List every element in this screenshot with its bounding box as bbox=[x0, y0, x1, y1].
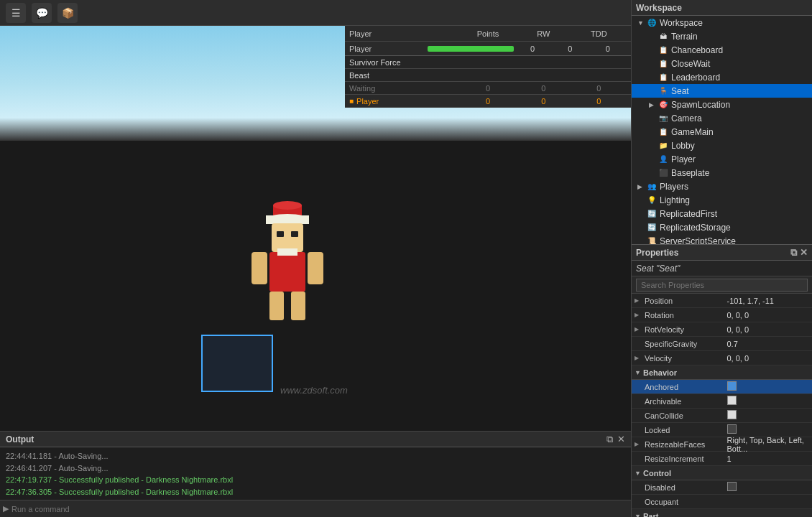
prop-section-control[interactable]: ▼ Control bbox=[632, 466, 812, 480]
tree-icon-chanceboard: 📋 bbox=[658, 45, 669, 56]
tree-item-chanceboard[interactable]: 📋Chanceboard bbox=[632, 43, 812, 57]
prop-check-val[interactable] bbox=[727, 424, 810, 435]
score-beast-name: Beast bbox=[349, 71, 460, 80]
prop-row-cancollide: CanCollide bbox=[632, 409, 812, 423]
tree-item-baseplate[interactable]: ⬛Baseplate bbox=[632, 166, 812, 180]
tree-icon-terrain: 🏔 bbox=[658, 31, 669, 42]
prop-checkbox-disabled[interactable] bbox=[727, 482, 737, 491]
tree-icon-baseplate: ⬛ bbox=[658, 167, 669, 179]
prop-section-behavior[interactable]: ▼ Behavior bbox=[632, 365, 812, 380]
prop-row-anchored: Anchored bbox=[632, 380, 812, 394]
tree-item-serverscriptservice[interactable]: 📜ServerScriptService bbox=[632, 234, 812, 244]
command-input[interactable] bbox=[11, 505, 628, 513]
prop-expand-icon: ▶ bbox=[635, 312, 643, 318]
tree-label-lighting: Lighting bbox=[660, 195, 690, 205]
output-expand-btn[interactable]: ⧉ bbox=[606, 434, 613, 445]
prop-check-name: Archivable bbox=[643, 397, 727, 406]
tree-item-replicatedfirst[interactable]: 🔄ReplicatedFirst bbox=[632, 207, 812, 220]
prop-check-name: Disabled bbox=[643, 483, 727, 492]
tree-label-gamemain: GameMain bbox=[671, 127, 714, 137]
prop-expand-icon: ▶ bbox=[635, 297, 643, 304]
chat-icon[interactable]: 💬 bbox=[32, 3, 52, 23]
props-item-title: Seat "Seat" bbox=[632, 261, 812, 276]
tree-label-baseplate: Baseplate bbox=[671, 168, 709, 178]
prop-name-label: Velocity bbox=[643, 354, 727, 363]
tree-item-player[interactable]: 👤Player bbox=[632, 152, 812, 166]
svg-rect-6 bbox=[277, 231, 284, 237]
output-close-btn[interactable]: ✕ bbox=[617, 434, 625, 445]
prop-row-resizeablefaces: ▶ ResizeableFaces Right, Top, Back, Left… bbox=[632, 437, 812, 452]
output-title: Output bbox=[6, 434, 34, 444]
tree-item-lobby[interactable]: 📁Lobby bbox=[632, 139, 812, 152]
props-search-input[interactable] bbox=[636, 279, 808, 292]
character-model bbox=[230, 184, 345, 327]
tree-icon-lobby: 📁 bbox=[658, 140, 669, 152]
tree-label-lobby: Lobby bbox=[671, 141, 695, 151]
score-player-tdd: 0 bbox=[571, 97, 627, 106]
score-player-pts: 0 bbox=[460, 97, 515, 106]
prop-check-val[interactable] bbox=[727, 381, 810, 392]
explorer-title: Workspace bbox=[636, 3, 682, 13]
score-player-label: Player bbox=[356, 97, 379, 106]
score-waiting-tdd: 0 bbox=[571, 84, 627, 93]
prop-checkbox-archivable[interactable] bbox=[727, 396, 737, 405]
prop-checkbox-anchored[interactable] bbox=[727, 381, 737, 391]
props-expand-btn[interactable]: ⧉ bbox=[790, 247, 797, 258]
props-close-btn[interactable]: ✕ bbox=[800, 247, 808, 258]
scoreboard: Player Points RW TDD Player 0 0 0 Surviv… bbox=[345, 26, 631, 105]
tree-icon-replicatedstorage: 🔄 bbox=[646, 222, 658, 233]
prop-check-val[interactable] bbox=[727, 482, 810, 493]
tree-item-leaderboard[interactable]: 📋Leaderboard bbox=[632, 70, 812, 84]
tree-item-closewait[interactable]: 📋CloseWait bbox=[632, 57, 812, 70]
prop-row-archivable: Archivable bbox=[632, 394, 812, 409]
tree-icon-serverscriptservice: 📜 bbox=[646, 236, 658, 245]
prop-value: 0.7 bbox=[727, 340, 810, 348]
tree-item-lighting[interactable]: 💡Lighting bbox=[632, 193, 812, 207]
output-buttons: ⧉ ✕ bbox=[606, 434, 625, 445]
score-waiting-name: Waiting bbox=[349, 84, 460, 93]
tree-label-replicatedstorage: ReplicatedStorage bbox=[660, 223, 731, 233]
prop-value: 0, 0, 0 bbox=[727, 354, 810, 363]
prop-checkbox-locked[interactable] bbox=[727, 424, 737, 434]
tree-item-players[interactable]: ▶👥Players bbox=[632, 180, 812, 193]
score-header: Player Points RW TDD bbox=[345, 26, 631, 42]
explorer-tree[interactable]: ▼🌐Workspace🏔Terrain📋Chanceboard📋CloseWai… bbox=[632, 16, 812, 244]
tree-item-seat[interactable]: 🪑Seat bbox=[632, 84, 812, 98]
tree-icon-lighting: 💡 bbox=[646, 195, 658, 206]
prop-value: -101, 1.7, -11 bbox=[727, 297, 810, 305]
tree-item-replicatedstorage[interactable]: 🔄ReplicatedStorage bbox=[632, 220, 812, 234]
prop-row-rotation: ▶ Rotation 0, 0, 0 bbox=[632, 308, 812, 322]
output-line: 22:47:36.305 - Successfully published - … bbox=[6, 486, 625, 498]
prop-checkbox-cancollide[interactable] bbox=[727, 410, 737, 419]
tree-label-workspace: Workspace bbox=[660, 18, 703, 28]
props-search-bar[interactable] bbox=[632, 276, 812, 294]
svg-point-2 bbox=[273, 201, 302, 210]
tree-item-gamemain[interactable]: 📋GameMain bbox=[632, 125, 812, 139]
output-command-bar[interactable]: ▶ bbox=[0, 500, 631, 517]
props-header: Properties ⧉ ✕ bbox=[632, 245, 812, 261]
rw-col-header: RW bbox=[516, 29, 571, 38]
output-panel: Output ⧉ ✕ 22:44:41.181 - Auto-Saving...… bbox=[0, 431, 631, 517]
props-list: ▶ Position -101, 1.7, -11▶ Rotation 0, 0… bbox=[632, 294, 812, 517]
tree-icon-player: 👤 bbox=[658, 154, 669, 165]
menu-icon[interactable]: ☰ bbox=[6, 3, 26, 23]
tree-icon-leaderboard: 📋 bbox=[658, 72, 669, 83]
tree-label-players: Players bbox=[660, 182, 688, 192]
prop-name-label: Position bbox=[643, 297, 727, 305]
tree-label-terrain: Terrain bbox=[671, 32, 698, 42]
package-icon[interactable]: 📦 bbox=[57, 3, 78, 23]
tree-item-spawnlocation[interactable]: ▶🎯SpawnLocation bbox=[632, 98, 812, 111]
tree-arrow-workspace: ▼ bbox=[637, 19, 646, 27]
tree-item-terrain[interactable]: 🏔Terrain bbox=[632, 29, 812, 43]
tree-icon-players: 👥 bbox=[646, 181, 658, 192]
tree-arrow-spawnlocation: ▶ bbox=[649, 101, 658, 108]
prop-section-part[interactable]: ▼ Part bbox=[632, 509, 812, 517]
prop-expand-icon: ▶ bbox=[635, 441, 643, 447]
prop-check-val[interactable] bbox=[727, 410, 810, 421]
props-title-label: Properties bbox=[636, 248, 678, 258]
tree-item-camera[interactable]: 📷Camera bbox=[632, 111, 812, 125]
properties-panel: Properties ⧉ ✕ Seat "Seat" ▶ Position -1… bbox=[632, 244, 812, 517]
tree-item-workspace[interactable]: ▼🌐Workspace bbox=[632, 16, 812, 29]
prop-check-val[interactable] bbox=[727, 396, 810, 406]
score-waiting-pts: 0 bbox=[460, 84, 515, 93]
